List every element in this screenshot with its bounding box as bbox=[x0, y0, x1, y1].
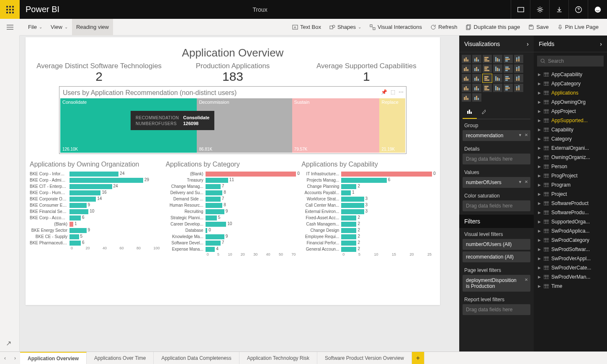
collapse-icon[interactable]: › bbox=[527, 41, 529, 47]
field-item[interactable]: ▶SoftwareProduct bbox=[534, 199, 607, 208]
collapse-icon[interactable]: › bbox=[600, 41, 602, 47]
viz-type-icon[interactable] bbox=[514, 84, 523, 92]
view-menu[interactable]: View⌄ bbox=[46, 19, 72, 36]
details-well[interactable]: Drag data fields here bbox=[463, 154, 530, 164]
textbox-button[interactable]: AText Box bbox=[288, 19, 325, 36]
field-item[interactable]: ▶SwProdSoftwar... bbox=[534, 245, 607, 254]
nav-toggle[interactable] bbox=[0, 19, 20, 36]
viz-type-icon[interactable] bbox=[483, 84, 492, 92]
viz-type-icon[interactable] bbox=[462, 93, 471, 102]
values-well[interactable]: numberOfUsers▼✕ bbox=[463, 177, 530, 188]
fullscreen-icon[interactable] bbox=[511, 0, 530, 19]
vlf-2[interactable]: recommendation (All) bbox=[463, 251, 530, 262]
field-item[interactable]: ▶AppOwningOrg bbox=[534, 97, 607, 107]
field-item[interactable]: ▶Person bbox=[534, 162, 607, 171]
group-well[interactable]: recommendation▼✕ bbox=[463, 130, 530, 141]
vlf-1[interactable]: numberOfUsers (All) bbox=[463, 239, 530, 250]
viz-type-icon[interactable] bbox=[472, 64, 481, 73]
save-button[interactable]: Save bbox=[524, 19, 553, 36]
field-item[interactable]: ▶AppCapability bbox=[534, 70, 607, 79]
field-item[interactable]: ▶SwProdVerAppl... bbox=[534, 254, 607, 263]
field-item[interactable]: ▶SupportedOrga... bbox=[534, 217, 607, 226]
viz-type-icon[interactable] bbox=[472, 84, 481, 92]
more-icon[interactable]: ⋯ bbox=[399, 89, 404, 95]
viz-type-icon[interactable] bbox=[504, 55, 513, 63]
field-item[interactable]: ▶AppCategory bbox=[534, 79, 607, 88]
colorsat-well[interactable]: Drag data fields here bbox=[463, 200, 530, 211]
add-page-button[interactable]: + bbox=[412, 352, 424, 364]
viz-type-icon[interactable] bbox=[462, 55, 471, 63]
field-item[interactable]: ▶SwProdVerMan... bbox=[534, 272, 607, 282]
page-tab[interactable]: Application Overview bbox=[20, 352, 87, 364]
viz-type-icon[interactable] bbox=[472, 74, 481, 82]
download-icon[interactable] bbox=[549, 0, 568, 19]
page-tab[interactable]: Application Data Completeness bbox=[154, 352, 239, 364]
viz-type-icon[interactable] bbox=[504, 84, 513, 92]
viz-type-icon[interactable] bbox=[514, 64, 523, 73]
treemap-visual[interactable]: 📌 ⬚ ⋯ Users by Application Recommendatio… bbox=[59, 86, 406, 154]
field-item[interactable]: ▶ProgProject bbox=[534, 171, 607, 180]
field-item[interactable]: ▶SoftwareProdu... bbox=[534, 208, 607, 217]
viz-type-icon[interactable] bbox=[493, 74, 502, 82]
viz-type-icon[interactable] bbox=[504, 64, 513, 73]
field-item[interactable]: ▶Capability bbox=[534, 125, 607, 134]
reading-view-button[interactable]: Reading view bbox=[72, 19, 113, 36]
fields-search[interactable]: Search bbox=[537, 56, 604, 67]
viz-type-icon[interactable] bbox=[462, 64, 471, 73]
plf-1[interactable]: deploymentDisposition✕is Production bbox=[463, 275, 530, 292]
visual-interactions-button[interactable]: Visual Interactions bbox=[365, 19, 426, 36]
help-icon[interactable] bbox=[568, 0, 588, 19]
field-item[interactable]: ▶SwProdCategory bbox=[534, 236, 607, 245]
field-item[interactable]: ▶SwProdApplica... bbox=[534, 226, 607, 236]
focus-icon[interactable]: ⬚ bbox=[391, 89, 395, 95]
viz-type-icon[interactable] bbox=[493, 64, 502, 73]
viz-type-icon[interactable] bbox=[514, 74, 523, 82]
fields-tab[interactable] bbox=[463, 106, 477, 119]
viz-type-icon[interactable] bbox=[493, 55, 502, 63]
field-item[interactable]: ▶SwProdVerCate... bbox=[534, 263, 607, 272]
bar-chart[interactable]: Applications by Category(Blank)0Treasury… bbox=[166, 161, 300, 256]
pin-page-button[interactable]: Pin Live Page bbox=[553, 19, 603, 36]
feedback-icon[interactable] bbox=[588, 0, 607, 19]
field-item[interactable]: ▶AppSupported... bbox=[534, 116, 607, 125]
page-tab[interactable]: Application Technology Risk bbox=[239, 352, 317, 364]
svg-rect-143 bbox=[544, 137, 549, 141]
field-item[interactable]: ▶Program bbox=[534, 180, 607, 190]
field-item[interactable]: ▶Applications bbox=[534, 88, 607, 97]
viz-type-icon[interactable] bbox=[493, 84, 502, 92]
field-item[interactable]: ▶Project bbox=[534, 190, 607, 199]
treemap-segment[interactable]: Sustain79.57K bbox=[292, 98, 380, 153]
viz-type-icon[interactable] bbox=[462, 84, 471, 92]
format-tab[interactable] bbox=[477, 106, 491, 119]
viz-type-icon[interactable] bbox=[514, 55, 523, 63]
svg-rect-199 bbox=[544, 266, 549, 270]
settings-icon[interactable] bbox=[530, 0, 549, 19]
refresh-button[interactable]: Refresh bbox=[426, 19, 462, 36]
pin-icon[interactable]: 📌 bbox=[381, 89, 387, 95]
viz-type-icon[interactable] bbox=[483, 74, 492, 82]
svg-rect-30 bbox=[467, 59, 468, 62]
expand-icon[interactable]: ↗ bbox=[6, 339, 11, 347]
page-tab[interactable]: Applications Over Time bbox=[87, 352, 154, 364]
treemap-segment[interactable]: Replace21.19K bbox=[379, 98, 405, 153]
bar-chart[interactable]: Applications by Owning OrganizationBKE C… bbox=[30, 161, 164, 256]
field-item[interactable]: ▶ExternalOrgani... bbox=[534, 144, 607, 153]
viz-type-icon[interactable] bbox=[483, 55, 492, 63]
viz-type-icon[interactable] bbox=[472, 93, 481, 102]
viz-type-icon[interactable] bbox=[483, 64, 492, 73]
shapes-button[interactable]: Shapes⌄ bbox=[325, 19, 365, 36]
viz-type-icon[interactable] bbox=[504, 74, 513, 82]
tab-prev[interactable]: ‹ bbox=[0, 355, 10, 361]
field-item[interactable]: ▶OwningOrganiz... bbox=[534, 153, 607, 162]
field-item[interactable]: ▶Category bbox=[534, 134, 607, 144]
rlf-well[interactable]: Drag data fields here bbox=[463, 304, 530, 315]
bar-chart[interactable]: Applications by CapabilityIT Infrastruct… bbox=[301, 161, 436, 256]
field-item[interactable]: ▶Time bbox=[534, 282, 607, 291]
viz-type-icon[interactable] bbox=[472, 55, 481, 63]
page-tab[interactable]: Software Product Version Overview bbox=[317, 352, 412, 364]
duplicate-page-button[interactable]: Duplicate this page bbox=[462, 19, 525, 36]
field-item[interactable]: ▶AppProject bbox=[534, 107, 607, 116]
tab-next[interactable]: › bbox=[10, 355, 20, 361]
viz-type-icon[interactable] bbox=[462, 74, 471, 82]
file-menu[interactable]: File⌄ bbox=[24, 19, 46, 36]
